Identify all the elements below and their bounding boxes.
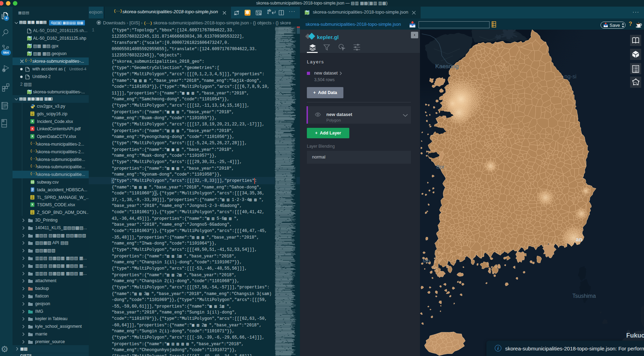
svg-text:Fukuok: Fukuok	[626, 332, 644, 339]
svg-text:Mo: Mo	[423, 258, 430, 264]
svg-text:an: an	[576, 237, 582, 242]
svg-text:Tsushima: Tsushima	[572, 293, 596, 299]
svg-text:ng-si: ng-si	[564, 73, 577, 79]
svg-text:Bor: Bor	[436, 164, 444, 170]
svg-text:Kaesong: Kaesong	[435, 63, 459, 70]
